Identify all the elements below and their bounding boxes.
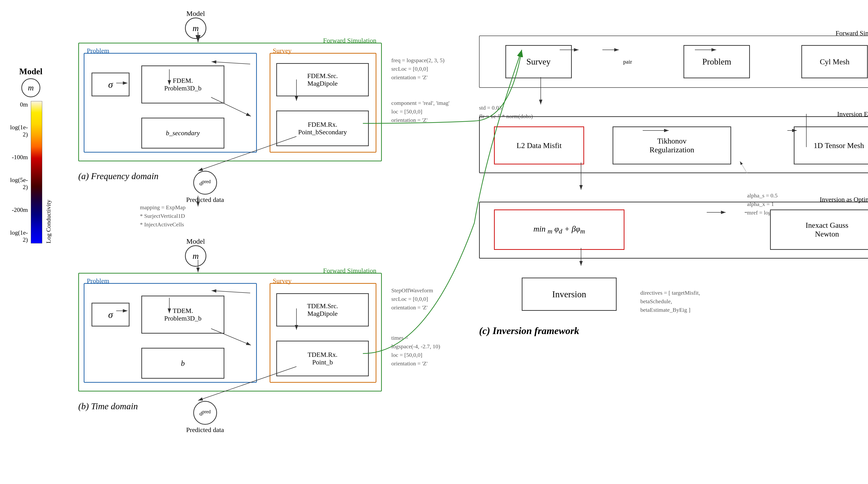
inexact-gauss-newton-box: Inexact Gauss Newton xyxy=(770,210,868,250)
model-top-a-label: Model xyxy=(185,9,206,18)
inv-opt-box: Inversion as Optimization min m φd + βφm… xyxy=(479,202,868,259)
survey-box-a: Survey FDEM.Src. MagDipole FDEM.Rx. Poin… xyxy=(270,53,376,153)
b-secondary-box: b_secondary xyxy=(141,118,224,149)
section-b-label: (b) Time domain xyxy=(78,401,138,412)
log-5e-2: log(5e-2) xyxy=(9,177,28,191)
tdem-problem-box: TDEM. Problem3D_b xyxy=(141,296,224,334)
log-1e-2-top: log(1e-2) xyxy=(9,124,28,138)
tensor-mesh-box: 1D Tensor Mesh xyxy=(794,126,868,164)
depth-200m: -200m xyxy=(9,206,28,214)
legend-section: Model m 0m log(1e-2) -100m log(5e-2) -20… xyxy=(9,66,52,243)
model-b: Model m xyxy=(185,237,206,267)
main-container: Model m 0m log(1e-2) -100m log(5e-2) -20… xyxy=(0,0,868,484)
fdem-problem-box: FDEM. Problem3D_b xyxy=(141,65,224,103)
annotation-fdem-src: freq = logspace(2, 3, 5) srcLoc = [0,0,0… xyxy=(391,48,444,82)
legend-model-symbol: m xyxy=(28,83,34,92)
tikhonov-box: Tikhonov Regularization xyxy=(613,126,731,164)
l2-data-misfit-box: L2 Data Misfit xyxy=(494,126,584,164)
survey-label-b: Survey xyxy=(273,277,291,285)
fwd-sim-box-a: Forward Simulation Problem σ FDEM. Probl… xyxy=(78,43,382,161)
model-b-label: Model xyxy=(185,237,206,245)
model-top-a: Model m xyxy=(185,9,206,39)
depth-0m: 0m xyxy=(9,101,28,108)
fwd-sim-label-b: Forward Simulation xyxy=(323,267,376,274)
problem-box-a: Problem σ FDEM. Problem3D_b b_secondary xyxy=(84,53,257,153)
fwd-sim-box-c: Forward Simulation Survey pair Problem C… xyxy=(479,36,868,88)
mapping-annotation: mapping = ExpMap * SurjectVertical1D * I… xyxy=(140,194,185,229)
dpred-ring-b: dpred xyxy=(193,401,217,425)
fwd-sim-label-a: Forward Simulation xyxy=(323,37,376,44)
inv-elements-label: Inversion Elements xyxy=(837,110,868,118)
annotation-tdem-rx: times = logspace(-4, -2.7, 10) loc = [50… xyxy=(391,325,440,368)
legend-model-circle: m xyxy=(21,78,40,97)
tdem-src-box: TDEM.Src. MagDipole xyxy=(276,293,369,327)
survey-label-a: Survey xyxy=(273,47,291,55)
inv-elements-box: Inversion Elements L2 Data Misfit Tikhon… xyxy=(479,116,868,173)
fwd-sim-box-b: Forward Simulation Problem σ TDEM. Probl… xyxy=(78,273,382,391)
tdem-rx-box: TDEM.Rx. Point_b xyxy=(276,341,369,376)
problem-label-a: Problem xyxy=(87,47,109,55)
legend-model-label: Model xyxy=(9,66,52,77)
inversion-box: Inversion xyxy=(522,278,617,311)
section-c-title: (c) Inversion framework xyxy=(479,325,579,336)
colorbar-container: 0m log(1e-2) -100m log(5e-2) -200m log(1… xyxy=(9,101,52,243)
colorbar-gradient xyxy=(31,101,42,243)
annotation-tdem-src: StepOffWaveform srcLoc = [0,0,0] orienta… xyxy=(391,278,433,312)
problem-label-b: Problem xyxy=(87,277,109,285)
diagram-area: Model m Forward Simulation Problem σ FDE… xyxy=(59,9,859,475)
formula-box: min m φd + βφm xyxy=(494,210,624,250)
dpred-circle-b: dpred Predicted data xyxy=(186,401,224,434)
fdem-src-box: FDEM.Src. MagDipole xyxy=(276,63,369,96)
section-a-label: (a) Frequency domain xyxy=(78,171,158,181)
conductivity-label: Log Conductivity xyxy=(45,101,52,243)
log-1e-2-bot: log(1e-2) xyxy=(9,229,28,243)
fwd-sim-label-c: Forward Simulation xyxy=(836,29,868,37)
problem-node-c: Problem xyxy=(683,45,750,78)
model-top-a-circle: m xyxy=(185,18,206,39)
fdem-rx-box: FDEM.Rx. Point_bSecondary xyxy=(276,111,369,146)
depth-labels: 0m log(1e-2) -100m log(5e-2) -200m log(1… xyxy=(9,101,28,243)
directives-annotation: directives = [ targetMisfit, betaSchedul… xyxy=(640,280,700,314)
dpred-ring-a: dpred xyxy=(193,171,217,194)
survey-node-c: Survey xyxy=(505,45,572,78)
annotation-fdem-rx: component = 'real', 'imag' loc = [50,0,0… xyxy=(391,90,450,124)
inv-opt-label: Inversion as Optimization xyxy=(819,196,868,203)
survey-box-b: Survey TDEM.Src. MagDipole TDEM.Rx. Poin… xyxy=(270,283,376,383)
problem-box-b: Problem σ TDEM. Problem3D_b b xyxy=(84,283,257,383)
sigma-box-b: σ xyxy=(92,303,129,327)
pair-label: pair xyxy=(623,59,632,65)
b-box: b xyxy=(141,348,224,379)
cyl-mesh-box: Cyl Mesh xyxy=(801,45,868,78)
model-b-circle: m xyxy=(185,245,206,267)
predicted-data-label-a: Predicted data xyxy=(186,196,224,204)
predicted-data-label-b: Predicted data xyxy=(186,426,224,434)
sigma-box-a: σ xyxy=(92,72,129,96)
depth-100m: -100m xyxy=(9,154,28,161)
dpred-circle-a: dpred Predicted data xyxy=(186,171,224,204)
